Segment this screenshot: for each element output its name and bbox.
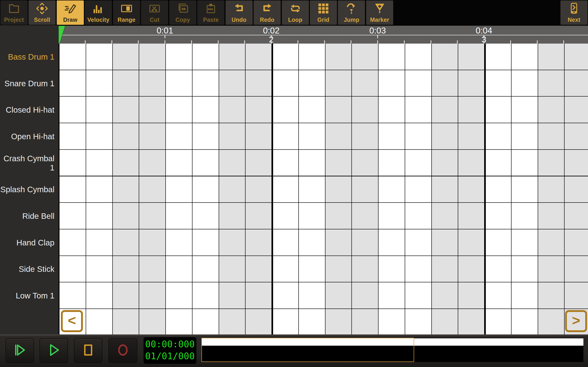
grid-cell[interactable] — [326, 176, 352, 203]
grid-cell[interactable] — [60, 203, 86, 229]
grid-cell[interactable] — [326, 123, 352, 150]
grid-cell[interactable] — [272, 203, 299, 229]
grid-cell[interactable] — [352, 256, 379, 283]
grid-cell[interactable] — [432, 44, 458, 70]
grid-cell[interactable] — [432, 150, 458, 176]
grid-cell[interactable] — [352, 97, 379, 123]
grid-cell[interactable] — [538, 282, 565, 309]
grid-cell[interactable] — [458, 282, 485, 309]
grid-cell[interactable] — [432, 203, 458, 229]
grid-cell[interactable] — [379, 282, 405, 309]
grid-cell[interactable] — [405, 256, 432, 283]
grid-cell[interactable] — [139, 229, 166, 256]
track-label-low-tom-1[interactable]: Low Tom 1 — [0, 282, 54, 309]
grid-cell[interactable] — [379, 97, 405, 123]
grid-cell[interactable] — [299, 70, 326, 97]
grid-cell[interactable] — [299, 97, 326, 123]
grid-cell[interactable] — [299, 282, 326, 309]
grid-cell[interactable] — [485, 150, 511, 176]
grid-cell[interactable] — [60, 229, 86, 256]
grid-cell[interactable] — [299, 176, 326, 203]
grid-cell[interactable] — [219, 309, 246, 334]
grid-cell[interactable] — [246, 44, 272, 70]
grid-cell[interactable] — [246, 70, 272, 97]
grid-cell[interactable] — [219, 203, 246, 229]
grid-cell[interactable] — [538, 97, 565, 123]
grid-cell[interactable] — [352, 176, 379, 203]
grid-cell[interactable] — [379, 44, 405, 70]
grid-cell[interactable] — [432, 70, 458, 97]
grid-cell[interactable] — [538, 70, 565, 97]
grid-cell[interactable] — [485, 176, 511, 203]
grid-cell[interactable] — [485, 97, 511, 123]
grid-cell[interactable] — [192, 229, 219, 256]
toolbar-button-loop[interactable]: Loop — [282, 0, 309, 25]
grid-cell[interactable] — [458, 203, 485, 229]
track-label-crash-cymbal-1[interactable]: Crash Cymbal 1 — [0, 150, 54, 176]
grid-cell[interactable] — [139, 203, 166, 229]
grid-cell[interactable] — [405, 309, 432, 334]
grid-cell[interactable] — [432, 309, 458, 334]
grid-cell[interactable] — [272, 282, 299, 309]
grid-cell[interactable] — [60, 256, 86, 283]
grid-cell[interactable] — [219, 97, 246, 123]
overview-viewport[interactable] — [201, 338, 414, 362]
grid-cell[interactable] — [299, 229, 326, 256]
grid-cell[interactable] — [219, 123, 246, 150]
grid-cell[interactable] — [60, 70, 86, 97]
grid-cell[interactable] — [272, 256, 299, 283]
toolbar-button-marker[interactable]: Marker — [366, 0, 393, 25]
toolbar-button-cut[interactable]: Cut — [141, 0, 168, 25]
grid-cell[interactable] — [272, 44, 299, 70]
grid-cell[interactable] — [299, 123, 326, 150]
grid-cell[interactable] — [485, 309, 511, 334]
grid-cell[interactable] — [379, 176, 405, 203]
grid-cell[interactable] — [326, 229, 352, 256]
grid-cell[interactable] — [458, 123, 485, 150]
grid-cell[interactable] — [379, 203, 405, 229]
grid-cell[interactable] — [192, 123, 219, 150]
grid-cell[interactable] — [511, 203, 538, 229]
toolbar-button-redo[interactable]: Redo — [254, 0, 281, 25]
grid-cell[interactable] — [139, 256, 166, 283]
grid-cell[interactable] — [86, 309, 113, 334]
grid-cell[interactable] — [405, 44, 432, 70]
arrangement-overview[interactable] — [201, 338, 583, 362]
scroll-left-button[interactable]: < — [61, 310, 83, 332]
grid-cell[interactable] — [219, 229, 246, 256]
grid-cell[interactable] — [113, 203, 139, 229]
grid-cell[interactable] — [326, 203, 352, 229]
grid-cell[interactable] — [192, 176, 219, 203]
grid-cell[interactable] — [326, 97, 352, 123]
stop-button[interactable] — [74, 338, 103, 363]
grid-cell[interactable] — [246, 282, 272, 309]
grid-cell[interactable] — [113, 229, 139, 256]
grid-cell[interactable] — [379, 70, 405, 97]
grid-cell[interactable] — [272, 309, 299, 334]
grid-cell[interactable] — [485, 123, 511, 150]
grid-cell[interactable] — [219, 176, 246, 203]
grid-cell[interactable] — [86, 176, 113, 203]
grid-cell[interactable] — [246, 229, 272, 256]
grid-cell[interactable] — [166, 229, 192, 256]
grid-cell[interactable] — [192, 44, 219, 70]
grid-cell[interactable] — [326, 150, 352, 176]
grid-cell[interactable] — [379, 256, 405, 283]
grid-cell[interactable] — [352, 44, 379, 70]
grid-cell[interactable] — [458, 97, 485, 123]
grid-cell[interactable] — [139, 150, 166, 176]
grid-cell[interactable] — [219, 256, 246, 283]
grid-cell[interactable] — [511, 70, 538, 97]
toolbar-button-paste[interactable]: Paste — [197, 0, 225, 25]
grid-cell[interactable] — [272, 176, 299, 203]
grid-cell[interactable] — [139, 282, 166, 309]
toolbar-button-range[interactable]: Range — [113, 0, 140, 25]
grid-cell[interactable] — [113, 256, 139, 283]
grid-cell[interactable] — [565, 44, 588, 70]
grid-cell[interactable] — [511, 123, 538, 150]
toolbar-button-scroll[interactable]: Scroll — [28, 0, 56, 25]
grid-cell[interactable] — [485, 70, 511, 97]
grid-cell[interactable] — [458, 150, 485, 176]
grid-cell[interactable] — [246, 176, 272, 203]
grid-cell[interactable] — [458, 70, 485, 97]
